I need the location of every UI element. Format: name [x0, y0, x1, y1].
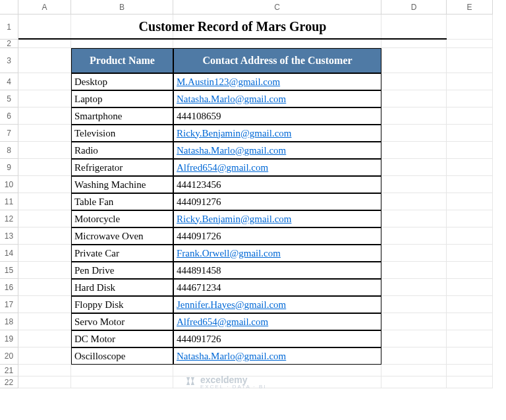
row-header-5[interactable]: 5	[0, 90, 18, 107]
cell-A4[interactable]	[18, 73, 71, 90]
cell-E15[interactable]	[447, 262, 493, 279]
cell-A19[interactable]	[18, 330, 71, 347]
table-row[interactable]: Floppy Disk	[71, 296, 173, 313]
table-row[interactable]: Alfred654@gmail.com	[173, 313, 381, 330]
email-link[interactable]: Ricky.Benjamin@gmail.com	[177, 214, 291, 225]
cell-E9[interactable]	[447, 159, 493, 176]
cell-E21[interactable]	[447, 365, 493, 376]
row-header-4[interactable]: 4	[0, 73, 18, 90]
table-row[interactable]: Frank.Orwell@gmail.com	[173, 245, 381, 262]
cell-A17[interactable]	[18, 296, 71, 313]
row-header-7[interactable]: 7	[0, 125, 18, 142]
table-row[interactable]: Table Fan	[71, 193, 173, 210]
cell-A22[interactable]	[18, 376, 71, 388]
table-row[interactable]: Smartphone	[71, 107, 173, 125]
cell-A8[interactable]	[18, 142, 71, 159]
table-row[interactable]: Jennifer.Hayes@gmail.com	[173, 296, 381, 313]
table-row[interactable]: Pen Drive	[71, 262, 173, 279]
cell-D4[interactable]	[381, 73, 447, 90]
cell-D17[interactable]	[381, 296, 447, 313]
table-row[interactable]: M.Austin123@gmail.com	[173, 73, 381, 90]
table-row[interactable]: 444123456	[173, 176, 381, 193]
table-row[interactable]: Alfred654@gmail.com	[173, 159, 381, 176]
cell-E18[interactable]	[447, 313, 493, 330]
cell-D5[interactable]	[381, 90, 447, 107]
row-header-13[interactable]: 13	[0, 227, 18, 245]
row-header-18[interactable]: 18	[0, 313, 18, 330]
row-header-6[interactable]: 6	[0, 107, 18, 125]
table-row[interactable]: Oscilloscope	[71, 347, 173, 365]
cell-A5[interactable]	[18, 90, 71, 107]
column-header-C[interactable]: C	[173, 0, 381, 15]
table-row[interactable]: Natasha.Marlo@gmail.com	[173, 90, 381, 107]
column-header-A[interactable]: A	[18, 0, 71, 15]
table-row[interactable]: Laptop	[71, 90, 173, 107]
table-row[interactable]: 444671234	[173, 279, 381, 296]
table-row[interactable]: Motorcycle	[71, 210, 173, 227]
cell-E13[interactable]	[447, 227, 493, 245]
table-row[interactable]: Television	[71, 125, 173, 142]
cell-A6[interactable]	[18, 107, 71, 125]
row-header-8[interactable]: 8	[0, 142, 18, 159]
table-row[interactable]: Refrigerator	[71, 159, 173, 176]
cell-A15[interactable]	[18, 262, 71, 279]
row-header-14[interactable]: 14	[0, 245, 18, 262]
cell-A2[interactable]	[18, 40, 71, 48]
column-header-D[interactable]: D	[381, 0, 447, 15]
cell-D20[interactable]	[381, 347, 447, 365]
table-header-product[interactable]: Product Name	[71, 48, 173, 73]
cell-D2[interactable]	[381, 40, 447, 48]
cell-E20[interactable]	[447, 347, 493, 365]
cell-A9[interactable]	[18, 159, 71, 176]
table-row[interactable]: 444108659	[173, 107, 381, 125]
select-all-corner[interactable]	[0, 0, 18, 15]
email-link[interactable]: Natasha.Marlo@gmail.com	[177, 351, 286, 362]
row-header-11[interactable]: 11	[0, 193, 18, 210]
cell-C2[interactable]	[173, 40, 381, 48]
row-header-16[interactable]: 16	[0, 279, 18, 296]
cell-A3[interactable]	[18, 48, 71, 73]
cell-D21[interactable]	[381, 365, 447, 376]
cell-E22[interactable]	[447, 376, 493, 388]
cell-E11[interactable]	[447, 193, 493, 210]
cell-A16[interactable]	[18, 279, 71, 296]
cell-D19[interactable]	[381, 330, 447, 347]
cell-A7[interactable]	[18, 125, 71, 142]
table-row[interactable]: Natasha.Marlo@gmail.com	[173, 347, 381, 365]
cell-A11[interactable]	[18, 193, 71, 210]
cell-E8[interactable]	[447, 142, 493, 159]
cell-E10[interactable]	[447, 176, 493, 193]
email-link[interactable]: Natasha.Marlo@gmail.com	[177, 145, 286, 156]
row-header-10[interactable]: 10	[0, 176, 18, 193]
cell-E6[interactable]	[447, 107, 493, 125]
cell-E17[interactable]	[447, 296, 493, 313]
column-header-B[interactable]: B	[71, 0, 173, 15]
cell-A13[interactable]	[18, 227, 71, 245]
cell-E2[interactable]	[447, 40, 493, 48]
cell-C22[interactable]	[173, 376, 381, 388]
cell-D18[interactable]	[381, 313, 447, 330]
cell-B2[interactable]	[71, 40, 173, 48]
table-row[interactable]: 444091276	[173, 193, 381, 210]
page-title[interactable]: Customer Record of Mars Group	[18, 15, 447, 40]
table-row[interactable]: Radio	[71, 142, 173, 159]
cell-E5[interactable]	[447, 90, 493, 107]
row-header-15[interactable]: 15	[0, 262, 18, 279]
email-link[interactable]: Alfred654@gmail.com	[177, 162, 268, 173]
table-row[interactable]: Ricky.Benjamin@gmail.com	[173, 210, 381, 227]
table-row[interactable]: Private Car	[71, 245, 173, 262]
cell-D6[interactable]	[381, 107, 447, 125]
table-row[interactable]: Desktop	[71, 73, 173, 90]
cell-E4[interactable]	[447, 73, 493, 90]
cell-D11[interactable]	[381, 193, 447, 210]
cell-D14[interactable]	[381, 245, 447, 262]
table-row[interactable]: Microwave Oven	[71, 227, 173, 245]
cell-C21[interactable]	[173, 365, 381, 376]
row-header-3[interactable]: 3	[0, 48, 18, 73]
cell-E1[interactable]	[447, 15, 493, 40]
row-header-20[interactable]: 20	[0, 347, 18, 365]
table-row[interactable]: 444891458	[173, 262, 381, 279]
cell-D16[interactable]	[381, 279, 447, 296]
cell-D8[interactable]	[381, 142, 447, 159]
row-header-1[interactable]: 1	[0, 15, 18, 40]
